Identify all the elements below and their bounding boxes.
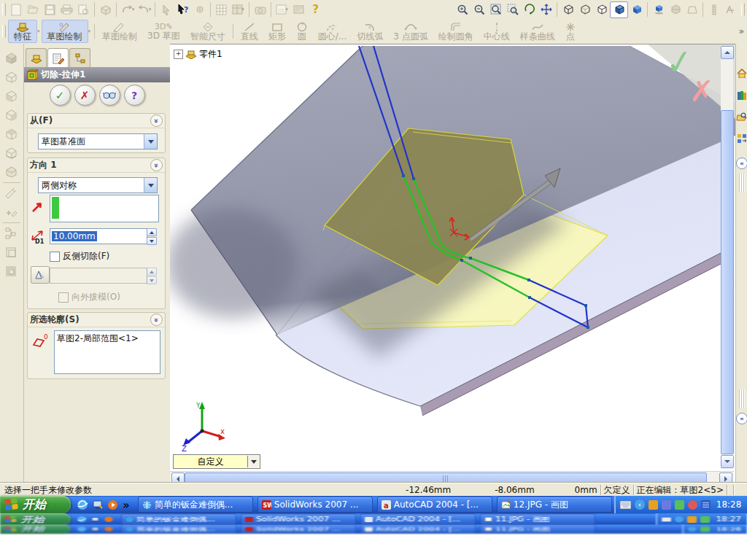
view-selector-combo[interactable]: 自定义 [173, 454, 260, 469]
spline-tool-button[interactable]: 样条曲线 [515, 20, 560, 43]
measure-icon[interactable] [705, 2, 722, 18]
line-tool-button[interactable]: 直线 [236, 20, 263, 43]
taskpane-drag-handle[interactable] [739, 174, 745, 192]
options-icon[interactable] [290, 2, 307, 18]
graphics-viewport[interactable]: ✓ ✗ + 零件1 Y x Z 自定义 [170, 44, 735, 471]
features-button[interactable]: 特征 [8, 20, 37, 43]
depth-spin-down[interactable] [147, 237, 157, 245]
perspective-icon[interactable] [684, 2, 700, 18]
rotate-view-icon[interactable] [521, 2, 538, 18]
part-name[interactable]: 零件1 [199, 48, 222, 61]
draft-button[interactable] [31, 266, 50, 284]
view-back-icon[interactable] [2, 69, 20, 86]
select-help-cursor-icon[interactable]: ? [174, 2, 191, 18]
toolbar-grip[interactable] [741, 3, 745, 16]
scroll-down-button[interactable] [721, 455, 734, 468]
taskbar-item-autocad[interactable]: a AutoCAD 2004 - [... [377, 497, 492, 513]
spiral-feature-icon[interactable] [2, 244, 20, 261]
shadow-cube-icon[interactable] [650, 2, 667, 18]
contour-list-item[interactable]: 草图2-局部范围<1> [55, 331, 160, 346]
shaded-cube-icon[interactable] [628, 2, 645, 18]
zoom-area-icon[interactable] [504, 2, 521, 18]
section-view-icon[interactable] [667, 2, 684, 18]
tray-icon-red[interactable] [688, 500, 697, 510]
drawing-sheet-icon[interactable]: ▾ [274, 2, 290, 18]
from-plane-select[interactable]: 草图基准面 [38, 133, 158, 149]
view-selector-arrow[interactable] [247, 456, 260, 467]
pan-icon[interactable] [538, 2, 554, 18]
hide-tray-icons-chevron[interactable]: ‹ [635, 499, 645, 510]
vertical-scroll-thumb[interactable] [721, 110, 734, 454]
help-button[interactable]: ? [124, 85, 145, 106]
point-tool-button[interactable]: 点 [560, 20, 581, 43]
new-file-icon[interactable] [8, 2, 25, 18]
collapse-taskpane-chevron-icon[interactable]: « [736, 158, 747, 169]
model-canvas[interactable]: ✓ ✗ [170, 44, 735, 471]
direction-arrow-icon[interactable] [31, 199, 45, 217]
depth-input[interactable]: 10.00mm [50, 228, 147, 244]
end-condition-select[interactable]: 两侧对称 [38, 177, 158, 193]
normal-to-icon[interactable] [2, 184, 20, 202]
end-condition-dropdown-arrow[interactable] [144, 178, 157, 192]
cancel-button[interactable]: ✗ [74, 85, 96, 106]
print-preview-icon[interactable] [75, 2, 92, 18]
view-top-icon[interactable] [2, 125, 20, 143]
sketch-bead-icon[interactable] [191, 2, 208, 18]
taskbar-item-paint[interactable]: 12.JPG - 画图 [497, 497, 612, 513]
spiral-feature2-icon[interactable] [2, 262, 20, 280]
ie-icon[interactable] [77, 499, 88, 510]
tab-feature-manager[interactable] [26, 48, 47, 67]
toolbar-grip[interactable] [2, 25, 6, 38]
zoom-out-icon[interactable] [471, 2, 487, 18]
tray-icon-orange[interactable] [649, 500, 658, 510]
view-left-icon[interactable] [2, 88, 20, 105]
assembly-tree-icon[interactable] [2, 225, 20, 242]
save-icon[interactable] [42, 2, 58, 18]
keyboard-tray-icon[interactable] [620, 501, 631, 509]
start-button[interactable]: 开始 [0, 496, 71, 513]
vertical-scrollbar[interactable] [721, 46, 733, 469]
taskpane-drag-handle-bottom[interactable] [739, 389, 745, 408]
direction-reference-listbox[interactable] [50, 195, 159, 222]
tab-property-manager[interactable] [47, 48, 69, 67]
taskbar-item-browser[interactable]: 简单的钣金难倒偶... [138, 497, 253, 513]
tray-icon-ime[interactable] [701, 500, 711, 510]
toolbar-overflow-chevron[interactable]: » [736, 26, 747, 36]
print-icon[interactable] [58, 2, 75, 18]
tray-icon-green[interactable] [675, 500, 684, 510]
tangent-arc-tool-button[interactable]: + 切线弧 [352, 20, 388, 43]
depth-spinner[interactable] [147, 228, 157, 245]
sketch-button[interactable]: 草图绘制 [97, 20, 142, 43]
open-file-icon[interactable] [25, 2, 42, 18]
view-bottom-icon[interactable] [2, 144, 20, 162]
tray-icon-purple[interactable] [662, 500, 671, 510]
solidworks-resources-icon[interactable] [736, 67, 747, 79]
collapse-bottom-chevron-icon[interactable]: « [736, 413, 747, 424]
toolbar-grip[interactable] [2, 3, 6, 16]
circle-tool-button[interactable]: + 圆 [291, 20, 313, 43]
tree-expand-box[interactable]: + [174, 50, 183, 59]
tab-configuration-manager[interactable] [69, 48, 90, 67]
collapse-contours-button[interactable]: « [150, 314, 163, 326]
from-dropdown-arrow[interactable] [144, 134, 157, 149]
quick-launch-overflow-icon[interactable]: » [123, 498, 130, 512]
table-icon[interactable]: ▾ [230, 2, 247, 18]
select-cursor-icon[interactable] [158, 2, 174, 18]
show-desktop-icon[interactable] [93, 499, 103, 510]
collapse-direction1-button[interactable]: « [150, 159, 163, 171]
sketch3d-button[interactable]: 3D✎ 3D 草图 [142, 20, 185, 43]
collapse-from-button[interactable]: « [150, 114, 163, 127]
sketch-flyout-button[interactable]: 草图绘制 [42, 20, 88, 43]
scroll-up-button[interactable] [721, 46, 734, 59]
sketch-flyout-arrow[interactable]: ▾ [88, 20, 93, 43]
wireframe-cube-icon[interactable] [560, 2, 576, 18]
flip-side-checkbox[interactable] [50, 252, 60, 262]
undo-icon[interactable]: ▾ [119, 2, 136, 18]
design-library-icon[interactable] [736, 89, 747, 101]
centerline-tool-button[interactable]: 中心线 [479, 20, 515, 43]
sketch-fillet-tool-button[interactable]: 绘制圆角 [433, 20, 479, 43]
clock[interactable]: 18:28 [716, 499, 742, 510]
features-flyout-arrow[interactable]: ▾ [37, 20, 42, 43]
help-icon[interactable]: ? [307, 2, 324, 18]
view-palette-icon[interactable] [736, 133, 747, 144]
